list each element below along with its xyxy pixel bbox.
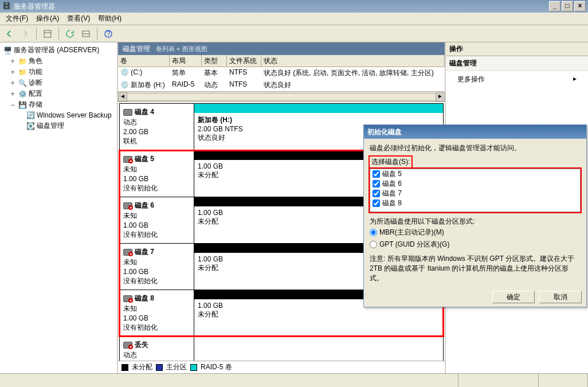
actions-more[interactable]: 更多操作 ▸ — [446, 71, 588, 88]
cancel-button[interactable]: 取消 — [539, 291, 582, 303]
collapse-icon[interactable]: − — [9, 101, 16, 109]
disk-checkbox[interactable] — [373, 170, 380, 178]
app-icon: 🗄️ — [2, 2, 11, 11]
dialog-note: 注意: 所有早期版本的 Windows 不识别 GPT 分区形式。建议在大于 2… — [370, 254, 581, 283]
forward-button[interactable] — [18, 27, 32, 41]
back-button[interactable] — [2, 27, 16, 41]
storage-icon: 💾 — [18, 100, 27, 110]
select-disk-label: 选择磁盘(S): — [371, 158, 410, 166]
partition-style-label: 为所选磁盘使用以下磁盘分区形式: — [370, 217, 581, 226]
disk-select-item[interactable]: 磁盘 8 — [370, 198, 580, 208]
menu-action[interactable]: 操作(A) — [33, 13, 62, 25]
disk-select-item[interactable]: 磁盘 7 — [370, 189, 580, 198]
view-button[interactable] — [41, 27, 54, 41]
disk-7-label: 磁盘 7 未知 1.00 GB 没有初始化 — [120, 244, 194, 290]
disk-checkbox[interactable] — [373, 190, 380, 197]
disk-lost-row[interactable]: 丢失 动态 — [119, 337, 444, 361]
tree-diag[interactable]: +🔍诊断 — [1, 77, 116, 88]
col-status[interactable]: 状态 — [261, 55, 445, 67]
radio-gpt-input[interactable] — [370, 241, 377, 248]
main-header: 磁盘管理 卷列表 + 图形视图 — [118, 42, 445, 55]
tree-diskmgmt-label: 磁盘管理 — [37, 121, 64, 131]
scroll-left-icon[interactable]: ◄ — [118, 92, 127, 101]
nav-tree[interactable]: 🖥️服务器管理器 (ADSERVER) +📁角色 +📁功能 +🔍诊断 +⚙️配置… — [0, 42, 118, 373]
legend-unalloc: 未分配 — [132, 362, 152, 372]
legend-primary-swatch — [156, 364, 163, 371]
disk-error-icon — [123, 295, 132, 302]
disk-lost-partition — [194, 337, 443, 361]
tree-diskmgmt[interactable]: 💽磁盘管理 — [1, 120, 116, 131]
ok-button[interactable]: 确定 — [492, 291, 535, 303]
disk-5-label: 磁盘 5 未知 1.00 GB 没有初始化 — [120, 151, 194, 197]
tree-storage[interactable]: −💾存储 — [1, 99, 116, 110]
svg-text:?: ? — [107, 30, 111, 38]
restore-button[interactable]: □ — [562, 1, 573, 11]
minimize-button[interactable]: _ — [549, 1, 560, 11]
help-button[interactable]: ? — [101, 27, 115, 41]
radio-gpt[interactable]: GPT (GUID 分区表)(G) — [370, 239, 581, 251]
settings-button[interactable] — [79, 27, 93, 41]
expand-icon[interactable]: + — [9, 68, 16, 76]
tree-wsb[interactable]: 🔄Windows Server Backup — [1, 110, 116, 120]
tree-diag-label: 诊断 — [29, 78, 42, 88]
dialog-message: 磁盘必须经过初始化，逻辑磁盘管理器才能访问。 — [370, 143, 581, 153]
server-icon: 🖥️ — [3, 46, 12, 55]
col-fs[interactable]: 文件系统 — [227, 55, 261, 67]
disk-lost-label: 丢失 动态 — [120, 337, 194, 361]
expand-icon[interactable]: + — [9, 79, 16, 87]
tree-roles-label: 角色 — [29, 56, 42, 66]
menu-help[interactable]: 帮助(H) — [95, 13, 125, 25]
volume-row[interactable]: 💿 (C:)简单基本NTFS状态良好 (系统, 启动, 页面文件, 活动, 故障… — [118, 67, 445, 79]
disk-error-icon — [123, 249, 132, 256]
tree-config-label: 配置 — [29, 89, 42, 99]
legend-raid5-swatch — [190, 364, 197, 371]
disk-8-label: 磁盘 8 未知 1.00 GB 没有初始化 — [120, 290, 194, 336]
tree-storage-label: 存储 — [29, 100, 42, 110]
volume-table: 卷 布局 类型 文件系统 状态 💿 (C:)简单基本NTFS状态良好 (系统, … — [118, 55, 445, 102]
actions-header: 操作 — [446, 42, 588, 56]
disk-error-icon — [123, 202, 132, 209]
tree-roles[interactable]: +📁角色 — [1, 56, 116, 67]
disk-error-icon — [123, 342, 132, 349]
volume-hscroll[interactable]: ◄► — [118, 91, 445, 101]
disk-select-item[interactable]: 磁盘 5 — [370, 169, 580, 179]
close-button[interactable]: × — [574, 1, 586, 11]
main-subtitle: 卷列表 + 图形视图 — [156, 45, 207, 53]
config-icon: ⚙️ — [18, 89, 27, 99]
volume-row[interactable]: 💿 新加卷 (H:)RAID-5动态NTFS状态良好 — [118, 79, 445, 91]
col-volume[interactable]: 卷 — [118, 55, 170, 67]
tree-root-label: 服务器管理器 (ADSERVER) — [14, 45, 99, 55]
disk-select-item[interactable]: 磁盘 6 — [370, 179, 580, 189]
radio-mbr[interactable]: MBR(主启动记录)(M) — [370, 226, 581, 239]
menubar: 文件(F) 操作(A) 查看(V) 帮助(H) — [0, 13, 588, 25]
disk-select-list[interactable]: 磁盘 5磁盘 6磁盘 7磁盘 8 — [370, 169, 581, 212]
chevron-right-icon: ▸ — [573, 75, 577, 84]
tree-config[interactable]: +⚙️配置 — [1, 88, 116, 99]
disk-checkbox[interactable] — [373, 200, 380, 207]
expand-icon[interactable]: + — [9, 57, 16, 65]
tree-root[interactable]: 🖥️服务器管理器 (ADSERVER) — [1, 45, 116, 56]
scroll-right-icon[interactable]: ► — [436, 92, 445, 101]
disk-icon — [123, 109, 132, 116]
tree-features-label: 功能 — [29, 67, 42, 77]
col-type[interactable]: 类型 — [202, 55, 227, 67]
titlebar: 🗄️ 服务器管理器 _ □ × — [0, 0, 588, 13]
volume-icon: 💿 — [120, 68, 129, 76]
backup-icon: 🔄 — [26, 111, 35, 120]
tree-wsb-label: Windows Server Backup — [37, 111, 112, 119]
menu-file[interactable]: 文件(F) — [2, 13, 32, 25]
tree-features[interactable]: +📁功能 — [1, 67, 116, 77]
volume-icon: 💿 — [120, 81, 129, 89]
svg-rect-0 — [44, 30, 51, 37]
dialog-title[interactable]: 初始化磁盘 — [364, 125, 586, 139]
diskmgmt-icon: 💽 — [26, 122, 35, 131]
legend-unalloc-swatch — [121, 364, 128, 371]
disk-6-label: 磁盘 6 未知 1.00 GB 没有初始化 — [120, 197, 194, 243]
radio-mbr-input[interactable] — [370, 229, 377, 236]
col-layout[interactable]: 布局 — [170, 55, 202, 67]
refresh-button[interactable] — [63, 27, 77, 41]
menu-view[interactable]: 查看(V) — [64, 13, 93, 25]
expand-icon[interactable]: + — [9, 90, 16, 98]
legend-raid5: RAID-5 卷 — [201, 362, 232, 372]
disk-checkbox[interactable] — [373, 180, 380, 187]
